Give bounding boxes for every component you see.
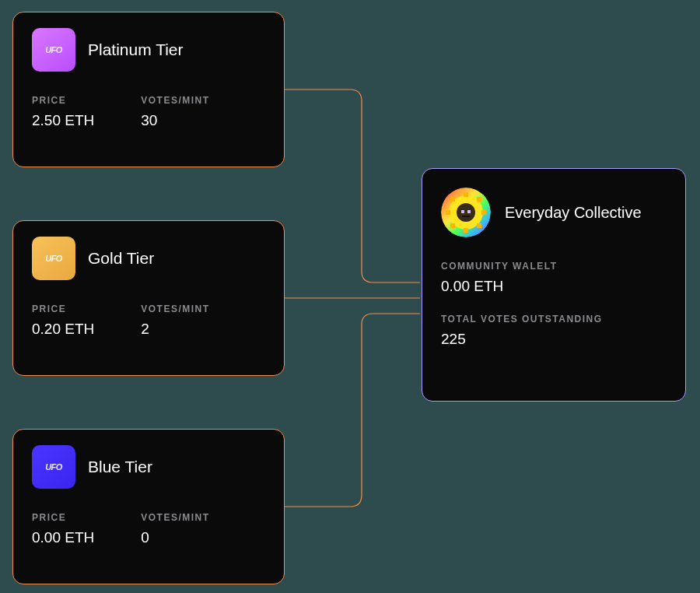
svg-rect-6 — [467, 210, 471, 213]
community-wallet-label: COMMUNITY WALELT — [441, 261, 667, 272]
price-label: PRICE — [32, 304, 94, 314]
tier-card-blue: UFO Blue Tier PRICE 0.00 ETH VOTES/MINT … — [12, 429, 285, 584]
tier-stats: PRICE 2.50 ETH VOTES/MINT 30 — [32, 95, 265, 129]
stat-votes: VOTES/MINT 0 — [141, 512, 209, 546]
collective-card: Everyday Collective COMMUNITY WALELT 0.0… — [422, 168, 686, 402]
collective-icon — [441, 188, 491, 237]
stat-votes: VOTES/MINT 30 — [141, 95, 209, 129]
price-label: PRICE — [32, 95, 94, 106]
price-label: PRICE — [32, 512, 94, 523]
tier-icon: UFO — [32, 28, 75, 72]
votes-value: 2 — [141, 321, 209, 338]
svg-rect-13 — [477, 197, 481, 202]
tier-stats: PRICE 0.00 ETH VOTES/MINT 0 — [32, 512, 265, 546]
total-votes-field: TOTAL VOTES OUTSTANDING 225 — [441, 314, 667, 348]
tier-icon-text: UFO — [45, 45, 62, 54]
svg-rect-7 — [462, 216, 470, 217]
svg-rect-9 — [464, 228, 468, 233]
svg-rect-11 — [481, 210, 486, 215]
total-votes-value: 225 — [441, 331, 667, 348]
tier-card-platinum: UFO Platinum Tier PRICE 2.50 ETH VOTES/M… — [12, 12, 285, 167]
tier-header: UFO Gold Tier — [32, 237, 265, 280]
tier-icon-text: UFO — [45, 254, 62, 263]
votes-value: 0 — [141, 529, 209, 546]
tier-icon-text: UFO — [45, 462, 62, 472]
tier-name: Blue Tier — [88, 458, 152, 476]
svg-point-4 — [457, 203, 475, 222]
total-votes-label: TOTAL VOTES OUTSTANDING — [441, 314, 667, 325]
tier-icon: UFO — [32, 445, 75, 489]
stat-votes: VOTES/MINT 2 — [141, 304, 209, 338]
tier-header: UFO Blue Tier — [32, 445, 265, 489]
price-value: 0.00 ETH — [32, 529, 94, 546]
svg-rect-15 — [477, 223, 481, 228]
svg-rect-14 — [450, 223, 455, 228]
votes-value: 30 — [141, 112, 209, 129]
tier-header: UFO Platinum Tier — [32, 28, 265, 72]
diagram-stage: UFO Platinum Tier PRICE 2.50 ETH VOTES/M… — [0, 0, 700, 593]
collective-name: Everyday Collective — [505, 204, 642, 222]
votes-label: VOTES/MINT — [141, 304, 209, 314]
tier-name: Platinum Tier — [88, 40, 184, 59]
tier-stats: PRICE 0.20 ETH VOTES/MINT 2 — [32, 304, 265, 338]
stat-price: PRICE 0.00 ETH — [32, 512, 94, 546]
svg-rect-10 — [446, 210, 450, 215]
stat-price: PRICE 2.50 ETH — [32, 95, 94, 129]
svg-rect-8 — [464, 192, 468, 197]
votes-label: VOTES/MINT — [141, 512, 209, 523]
price-value: 0.20 ETH — [32, 321, 94, 338]
price-value: 2.50 ETH — [32, 112, 94, 129]
stat-price: PRICE 0.20 ETH — [32, 304, 94, 338]
tier-card-gold: UFO Gold Tier PRICE 0.20 ETH VOTES/MINT … — [12, 220, 285, 376]
svg-rect-12 — [450, 197, 455, 202]
tier-name: Gold Tier — [88, 249, 154, 268]
tier-icon: UFO — [32, 237, 75, 280]
collective-header: Everyday Collective — [441, 188, 667, 237]
community-wallet-value: 0.00 ETH — [441, 278, 667, 295]
votes-label: VOTES/MINT — [141, 95, 209, 106]
community-wallet-field: COMMUNITY WALELT 0.00 ETH — [441, 261, 667, 295]
svg-rect-5 — [461, 210, 464, 213]
